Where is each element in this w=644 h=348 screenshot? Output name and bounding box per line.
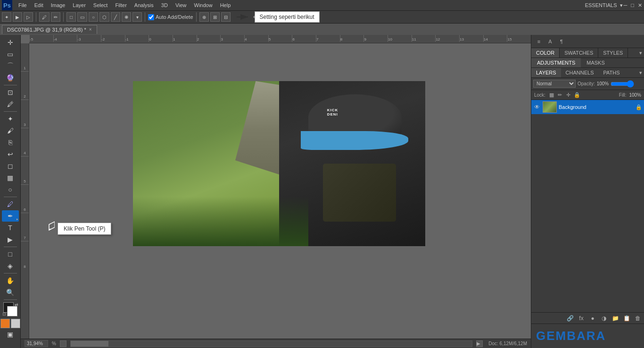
ellipse-shape[interactable]: ○ (89, 12, 98, 22)
document-tab[interactable]: DSC07861.JPG @ 31,9 (RGB/8) * × (2, 25, 97, 34)
menu-image[interactable]: Image (48, 1, 69, 9)
path-align-btn[interactable]: ⊞ (210, 12, 220, 22)
tab-paths[interactable]: PATHS (599, 68, 625, 77)
history-brush[interactable]: ↩ (2, 149, 19, 160)
layers-panel-collapse[interactable]: ▾ (639, 70, 642, 76)
tab-close-btn[interactable]: × (89, 27, 92, 32)
new-layer-btn[interactable]: 📋 (622, 314, 631, 323)
crop-tool[interactable]: ⊡ (2, 87, 19, 98)
layers-list: 👁 Background 🔒 (531, 100, 644, 312)
zoom-input[interactable] (25, 340, 48, 347)
brush-tool[interactable]: 🖌 (2, 125, 19, 136)
shape-tool[interactable]: □ (2, 249, 19, 260)
blend-mode-select[interactable]: Normal (533, 80, 576, 88)
move-tool[interactable]: ✛ (2, 37, 19, 48)
opacity-slider[interactable] (611, 80, 634, 88)
eraser-tool[interactable]: ◻ (2, 160, 19, 172)
menu-select[interactable]: Select (90, 1, 111, 9)
essentials-mode[interactable]: ESSENTIALS ▾ (585, 2, 623, 8)
pen-tool-active[interactable]: ✒ ▸ (2, 210, 19, 222)
path-tool-btn[interactable]: ✦ (2, 12, 11, 22)
eyedropper[interactable]: 🖉 (2, 99, 19, 110)
type-tool[interactable]: T (2, 222, 19, 233)
delete-layer-btn[interactable]: 🗑 (634, 314, 642, 323)
3d-tool[interactable]: ◈ (2, 260, 19, 272)
healing-brush[interactable]: ✦ (2, 113, 19, 124)
custom-shape[interactable]: ❋ (122, 12, 131, 22)
horizontal-scrollbar[interactable] (70, 340, 472, 347)
rect-select[interactable]: ▭ (2, 49, 19, 60)
panel-icon-1[interactable]: ≡ (534, 37, 544, 46)
canvas-image[interactable]: KICKDENI (133, 81, 425, 246)
rect-shape[interactable]: □ (66, 12, 76, 22)
tab-layers[interactable]: LAYERS (531, 68, 561, 77)
layer-name-label: Background (559, 104, 634, 110)
bg-color-swatch[interactable] (11, 319, 20, 328)
gradient-tool[interactable]: ▦ (2, 172, 19, 183)
fg-color-swatch[interactable] (0, 319, 10, 328)
menu-view[interactable]: View (172, 1, 190, 9)
zoom-tool[interactable]: 🔍 (2, 287, 19, 298)
tab-swatches[interactable]: SWATCHES (560, 48, 598, 58)
screen-mode[interactable]: ▣ (2, 329, 19, 340)
layer-visibility-icon[interactable]: 👁 (533, 103, 541, 111)
lock-transparent-icon[interactable]: ▦ (548, 91, 555, 98)
round-rect[interactable]: ▭ (77, 12, 87, 22)
pen-tool[interactable]: 🖊 (2, 199, 19, 210)
tab-adjustments[interactable]: ADJUSTMENTS (531, 58, 581, 67)
auto-add-delete-checkbox[interactable]: Auto Add/Delete (148, 14, 193, 20)
zoom-decrement[interactable] (60, 340, 66, 347)
panel-icon-2[interactable]: A (545, 37, 555, 46)
poly-shape[interactable]: ⬡ (99, 12, 109, 22)
tab-channels[interactable]: CHANNELS (561, 68, 599, 77)
background-color[interactable] (7, 306, 17, 316)
line-shape[interactable]: ╱ (111, 12, 120, 22)
swap-colors-icon[interactable]: ⇄ (15, 302, 18, 307)
direct-select-btn[interactable]: ▷ (24, 12, 33, 22)
pen-tool-opt[interactable]: 🖊 (39, 12, 50, 22)
menu-help[interactable]: Help (217, 1, 234, 9)
tab-masks[interactable]: MASKS (581, 58, 611, 67)
adjustment-btn[interactable]: ◑ (600, 314, 608, 323)
menu-layer[interactable]: Layer (69, 1, 89, 9)
path-ops-btn[interactable]: ⊕ (199, 12, 209, 22)
menu-edit[interactable]: Edit (31, 1, 47, 9)
freeform-pen[interactable]: ✏ (51, 12, 60, 22)
fx-btn[interactable]: fx (577, 314, 586, 323)
shape-dropdown[interactable]: ▾ (132, 12, 142, 22)
new-group-btn[interactable]: 📁 (611, 314, 619, 323)
color-panel-collapse[interactable]: ▾ (639, 50, 642, 56)
restore-btn[interactable]: □ (631, 2, 634, 8)
brand-logo: GEMBARA (536, 329, 639, 343)
quick-select[interactable]: 🔮 (2, 72, 19, 83)
close-btn[interactable]: ✕ (638, 2, 642, 8)
menu-window[interactable]: Window (191, 1, 216, 9)
menu-file[interactable]: File (15, 1, 30, 9)
menu-filter[interactable]: Filter (112, 1, 130, 9)
path-select-tool[interactable]: ▶ (2, 234, 19, 245)
tab-styles[interactable]: STYLES (598, 48, 628, 58)
layer-background[interactable]: 👁 Background 🔒 (531, 100, 644, 114)
color-boxes: ⇄ ⊡ (2, 302, 18, 316)
path-arrange-btn[interactable]: ⊟ (221, 12, 231, 22)
clone-stamp[interactable]: ⎘ (2, 137, 19, 148)
lasso-tool[interactable]: ⌒ (2, 60, 19, 72)
lock-image-icon[interactable]: ✏ (557, 91, 563, 98)
scroll-right-btn[interactable]: ▶ (476, 340, 483, 347)
hand-tool[interactable]: ✋ (2, 275, 19, 286)
dodge-tool[interactable]: ○ (2, 184, 19, 195)
lock-position-icon[interactable]: ✛ (565, 91, 572, 98)
add-mask-btn[interactable]: ● (588, 314, 597, 323)
reset-colors-icon[interactable]: ⊡ (2, 312, 6, 316)
link-layers-btn[interactable]: 🔗 (566, 314, 574, 323)
brand-area: GEMBARA (531, 323, 644, 348)
menu-analysis[interactable]: Analysis (131, 1, 157, 9)
tool-sep-6 (4, 299, 17, 300)
tab-color[interactable]: COLOR (531, 48, 560, 58)
panel-icon-3[interactable]: ¶ (557, 37, 566, 46)
menu-3d[interactable]: 3D (158, 1, 171, 9)
path-select-btn[interactable]: ▶ (13, 12, 22, 22)
window-controls: ─ □ ✕ (624, 2, 642, 8)
lock-all-icon[interactable]: 🔒 (574, 91, 580, 98)
minimize-btn[interactable]: ─ (624, 2, 627, 8)
